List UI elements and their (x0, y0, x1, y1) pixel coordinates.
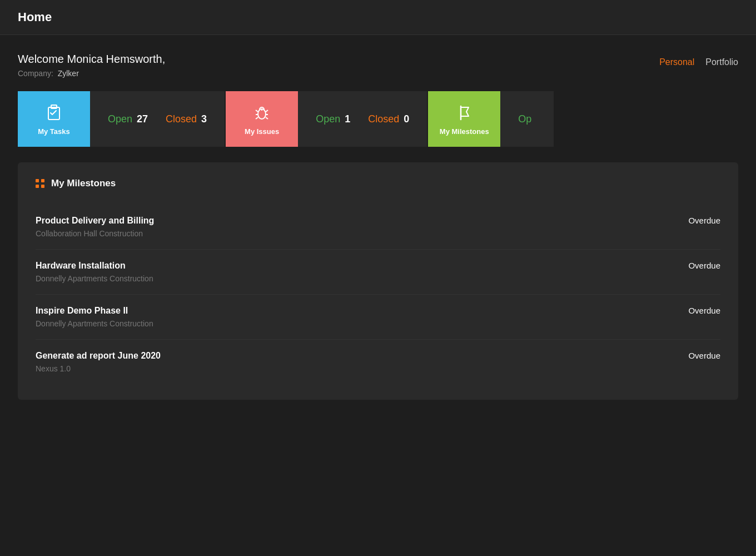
milestone-details: Product Delivery and Billing Collaborati… (36, 216, 154, 238)
milestones-panel: My Milestones Product Delivery and Billi… (18, 162, 738, 400)
tasks-open-value: 27 (137, 113, 148, 125)
milestone-item: Inspire Demo Phase II Donnelly Apartment… (36, 295, 720, 340)
milestone-name: Product Delivery and Billing (36, 216, 154, 226)
company-label: Company: (18, 69, 53, 78)
milestone-status: Overdue (688, 261, 720, 270)
milestone-name: Hardware Installation (36, 261, 153, 271)
tasks-icon (44, 103, 64, 123)
milestone-project: Collaboration Hall Construction (36, 229, 154, 238)
milestones-label: My Milestones (440, 127, 489, 136)
milestones-icon-box[interactable]: My Milestones (428, 91, 500, 147)
main-content: Welcome Monica Hemsworth, Company: Zylke… (0, 35, 756, 400)
panel-header: My Milestones (36, 178, 720, 189)
issues-closed-value: 0 (404, 113, 409, 125)
milestone-item: Hardware Installation Donnelly Apartment… (36, 250, 720, 295)
page-title: Home (18, 10, 52, 24)
issues-closed-label: Closed (368, 113, 399, 125)
my-issues-card: My Issues Open 1 Closed 0 (226, 91, 427, 147)
nav-links: Personal Portfolio (659, 57, 738, 67)
milestone-project: Nexus 1.0 (36, 364, 161, 373)
issues-closed-stat: Closed 0 (368, 113, 409, 125)
issues-label: My Issues (245, 127, 279, 136)
milestone-project: Donnelly Apartments Construction (36, 319, 153, 328)
svg-line-8 (266, 117, 268, 119)
issues-icon-box[interactable]: My Issues (226, 91, 298, 147)
milestone-name: Inspire Demo Phase II (36, 306, 153, 316)
milestone-item: Product Delivery and Billing Collaborati… (36, 205, 720, 250)
milestone-details: Inspire Demo Phase II Donnelly Apartment… (36, 306, 153, 328)
issues-open-stat: Open 1 (316, 113, 350, 125)
company-name: Zylker (58, 69, 79, 78)
header: Home (0, 0, 756, 35)
milestone-details: Generate ad report June 2020 Nexus 1.0 (36, 351, 161, 373)
dots-icon (36, 179, 44, 188)
svg-line-4 (266, 110, 268, 112)
welcome-text: Welcome Monica Hemsworth, (18, 53, 165, 66)
tasks-closed-label: Closed (166, 113, 197, 125)
issues-icon (252, 103, 272, 123)
company-row: Company: Zylker (18, 69, 165, 78)
milestones-icon (454, 103, 474, 123)
milestone-status: Overdue (688, 216, 720, 225)
nav-portfolio[interactable]: Portfolio (705, 57, 738, 67)
milestone-name: Generate ad report June 2020 (36, 351, 161, 361)
milestones-open-stat: Op (518, 113, 536, 125)
tasks-icon-box[interactable]: My Tasks (18, 91, 90, 147)
tasks-closed-value: 3 (201, 113, 207, 125)
milestone-status: Overdue (688, 351, 720, 360)
milestone-details: Hardware Installation Donnelly Apartment… (36, 261, 153, 283)
svg-line-3 (256, 110, 258, 112)
milestones-stats: Op (500, 91, 554, 147)
svg-line-7 (256, 117, 258, 119)
milestones-open-label: Op (518, 113, 531, 125)
tasks-closed-stat: Closed 3 (166, 113, 207, 125)
tasks-open-label: Open (108, 113, 132, 125)
milestones-panel-title: My Milestones (51, 178, 116, 189)
top-row: Welcome Monica Hemsworth, Company: Zylke… (18, 53, 738, 78)
welcome-section: Welcome Monica Hemsworth, Company: Zylke… (18, 53, 165, 78)
issues-open-label: Open (316, 113, 340, 125)
milestone-status: Overdue (688, 306, 720, 315)
cards-row: My Tasks Open 27 Closed 3 (18, 91, 738, 147)
tasks-label: My Tasks (38, 127, 70, 136)
my-tasks-card: My Tasks Open 27 Closed 3 (18, 91, 225, 147)
nav-personal[interactable]: Personal (659, 57, 694, 67)
milestone-item: Generate ad report June 2020 Nexus 1.0 O… (36, 340, 720, 384)
tasks-open-stat: Open 27 (108, 113, 148, 125)
tasks-stats: Open 27 Closed 3 (90, 91, 225, 147)
my-milestones-card: My Milestones Op (428, 91, 554, 147)
issues-open-value: 1 (345, 113, 350, 125)
issues-stats: Open 1 Closed 0 (298, 91, 427, 147)
milestone-project: Donnelly Apartments Construction (36, 274, 153, 283)
